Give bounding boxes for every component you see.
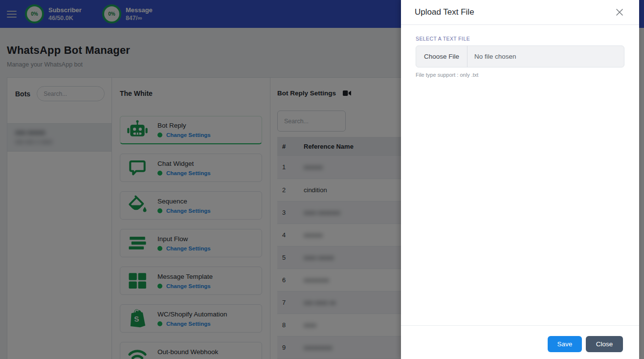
close-icon[interactable] [614, 6, 625, 18]
close-button[interactable]: Close [586, 336, 623, 352]
save-button[interactable]: Save [548, 336, 582, 352]
modal-title: Upload Text File [415, 7, 474, 17]
file-chosen-status: No file chosen [467, 53, 516, 60]
file-input: Choose File No file chosen [416, 45, 624, 67]
choose-file-button[interactable]: Choose File [416, 46, 467, 67]
file-type-helper-text: File type support : only .txt [416, 72, 624, 78]
file-field-label: SELECT A TEXT FILE [416, 36, 624, 42]
upload-text-file-modal: Upload Text File SELECT A TEXT FILE Choo… [401, 0, 639, 359]
